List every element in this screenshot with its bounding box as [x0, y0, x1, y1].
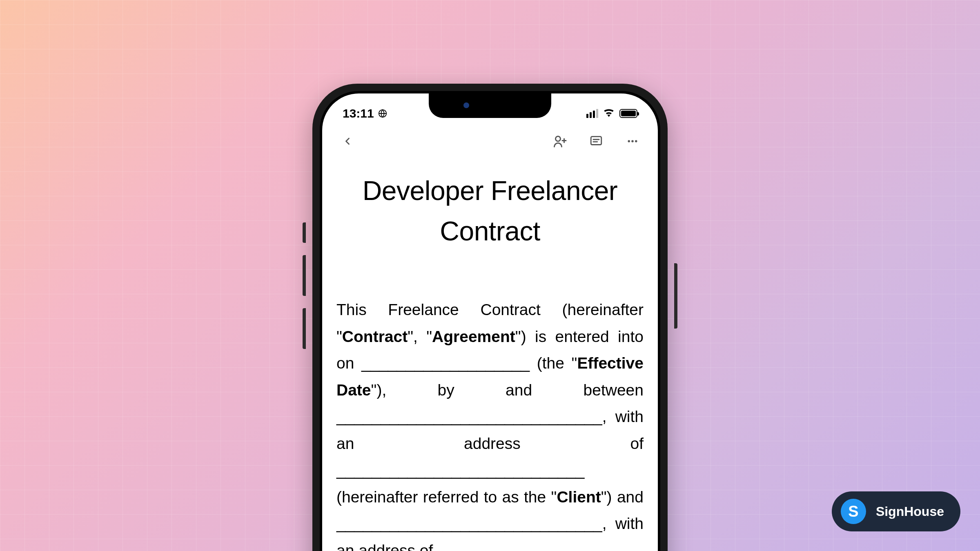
svg-point-9	[635, 140, 637, 142]
add-person-button[interactable]	[551, 132, 569, 150]
svg-point-8	[631, 140, 634, 142]
back-button[interactable]	[339, 132, 356, 150]
phone-volume-up	[303, 255, 306, 296]
phone-notch	[429, 93, 551, 118]
status-time: 13:11	[343, 107, 374, 120]
more-options-button[interactable]	[624, 132, 641, 150]
cellular-signal-icon	[586, 109, 598, 118]
document-content[interactable]: Developer Freelancer Contract This Freel…	[322, 158, 658, 551]
document-title: Developer Freelancer Contract	[336, 171, 644, 251]
svg-point-1	[556, 136, 561, 141]
phone-camera-dot	[463, 102, 469, 108]
brand-logo-icon: S	[841, 499, 866, 524]
phone-screen: 13:11	[322, 93, 658, 551]
app-toolbar	[322, 126, 658, 158]
brand-name: SignHouse	[876, 504, 944, 519]
svg-point-7	[628, 140, 630, 142]
battery-icon	[619, 109, 637, 118]
comment-button[interactable]	[587, 132, 605, 150]
brand-badge[interactable]: S SignHouse	[832, 491, 960, 531]
phone-volume-down	[303, 308, 306, 349]
phone-mockup: 13:11	[312, 84, 668, 551]
document-body: This Freelance Contract (hereinafter "Co…	[336, 296, 644, 551]
location-icon	[378, 109, 387, 118]
phone-silence-switch	[303, 222, 306, 243]
wifi-icon	[603, 108, 615, 119]
svg-rect-4	[591, 137, 601, 145]
phone-power-button	[674, 263, 677, 329]
